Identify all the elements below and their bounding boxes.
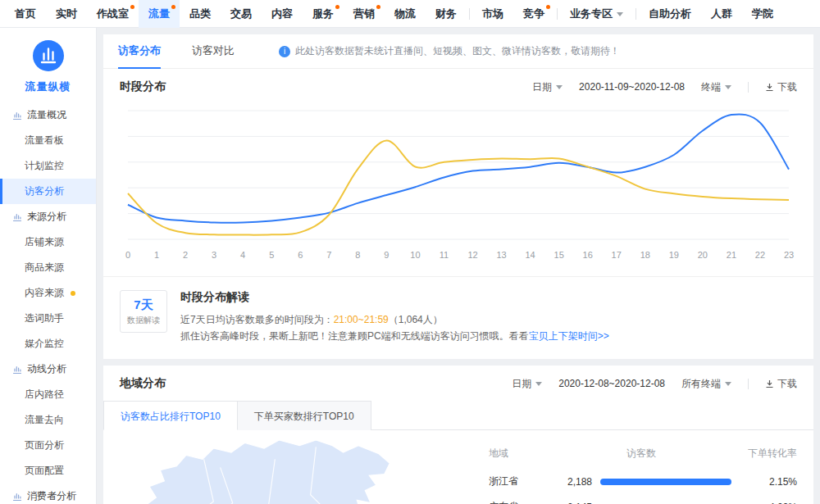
tab-visitor-distribution[interactable]: 访客分布: [118, 34, 161, 69]
sidebar-menu: 流量概况流量看板计划监控访客分析来源分析店铺来源商品来源内容来源选词助手媒介监控…: [0, 102, 96, 504]
nav-item-label: 实时: [56, 7, 77, 20]
svg-text:10: 10: [410, 250, 420, 260]
svg-text:22: 22: [755, 250, 765, 260]
sidebar-item-15[interactable]: 消费者分析: [0, 484, 96, 504]
nav-item-0[interactable]: 首页: [5, 0, 46, 28]
nav-item-label: 作战室: [97, 7, 129, 20]
visitor-bar: [600, 479, 731, 485]
region-name: 浙江省: [489, 474, 551, 488]
sidebar-item-6[interactable]: 商品来源: [0, 255, 96, 280]
sidebar-item-label: 来源分析: [27, 204, 66, 229]
nav-item-4[interactable]: 品类: [180, 0, 221, 28]
notice-banner: i 此处访客数据暂未统计直播间、短视频、图文、微详情访客数，敬请期待！: [279, 44, 620, 58]
notification-dot: [171, 5, 175, 9]
nav-item-15[interactable]: 人群: [701, 0, 742, 28]
sidebar-item-label: 流量概况: [27, 102, 66, 128]
svg-text:14: 14: [525, 250, 535, 260]
nav-divider: [557, 8, 558, 20]
china-map[interactable]: [108, 440, 469, 504]
badge-caption: 数据解读: [121, 315, 166, 326]
nav-item-label: 服务: [312, 7, 334, 20]
nav-item-label: 业务专区: [570, 7, 613, 20]
sidebar-item-3[interactable]: 访客分析: [0, 179, 96, 204]
nav-item-12[interactable]: 竞争: [513, 0, 554, 28]
download-button[interactable]: 下载: [765, 80, 797, 94]
svg-text:17: 17: [612, 250, 622, 260]
nav-item-label: 品类: [189, 7, 211, 20]
nav-item-13[interactable]: 业务专区: [560, 0, 633, 28]
sidebar-item-2[interactable]: 计划监控: [0, 153, 96, 179]
nav-item-7[interactable]: 服务: [303, 0, 344, 28]
sidebar-item-label: 流量看板: [25, 128, 64, 153]
region-date-dropdown[interactable]: 日期: [512, 377, 542, 391]
notice-text: 此处访客数据暂未统计直播间、短视频、图文、微详情访客数，敬请期待！: [295, 44, 620, 58]
sidebar-item-14[interactable]: 页面配置: [0, 458, 96, 484]
top-nav: 首页实时作战室流量品类交易内容服务营销物流财务市场竞争业务专区自助分析人群学院: [0, 0, 820, 28]
table-row: 浙江省2,1882.15%: [489, 469, 797, 494]
chevron-down-icon: [535, 382, 542, 386]
region-date-range-picker[interactable]: 2020-12-08~2020-12-08: [558, 378, 665, 389]
sidebar-item-label: 媒介监控: [25, 331, 64, 356]
tab-visitor-rank-top10[interactable]: 访客数占比排行TOP10: [103, 401, 238, 430]
header-conversion: 下单转化率: [731, 447, 797, 461]
sidebar-item-9[interactable]: 媒介监控: [0, 331, 96, 356]
tab-buyer-rank-top10[interactable]: 下单买家数排行TOP10: [238, 401, 371, 430]
nav-divider: [469, 8, 470, 20]
sidebar-item-7[interactable]: 内容来源: [0, 280, 96, 306]
nav-item-14[interactable]: 自助分析: [639, 0, 701, 28]
svg-text:7: 7: [326, 250, 331, 260]
nav-item-label: 人群: [711, 7, 732, 20]
insight-title: 时段分布解读: [180, 290, 609, 305]
section-icon: [12, 365, 22, 375]
nav-item-label: 学院: [752, 7, 773, 20]
sidebar-item-label: 店铺来源: [25, 229, 64, 255]
svg-text:21: 21: [727, 250, 736, 260]
nav-item-10[interactable]: 财务: [426, 0, 467, 28]
date-dropdown[interactable]: 日期: [532, 80, 563, 94]
nav-item-9[interactable]: 物流: [385, 0, 426, 28]
hour-line-chart[interactable]: 01234567891011121314151617181920212223: [120, 104, 797, 268]
sidebar-item-10[interactable]: 动线分析: [0, 356, 96, 382]
date-range-picker[interactable]: 2020-11-09~2020-12-08: [579, 81, 685, 93]
svg-text:5: 5: [269, 250, 274, 260]
nav-item-1[interactable]: 实时: [46, 0, 87, 28]
region-download-button[interactable]: 下载: [765, 377, 797, 391]
sidebar-item-1[interactable]: 流量看板: [0, 128, 96, 153]
nav-item-6[interactable]: 内容: [262, 0, 303, 28]
region-distribution-card: 地域分布 日期 2020-12-08~2020-12-08 所有终端 下载 访客…: [103, 366, 813, 504]
nav-item-3[interactable]: 流量: [139, 0, 180, 28]
nav-item-5[interactable]: 交易: [221, 0, 262, 28]
download-icon: [765, 83, 774, 92]
notification-dot: [546, 5, 550, 9]
region-section-header: 地域分布 日期 2020-12-08~2020-12-08 所有终端 下载: [103, 366, 813, 397]
tab-visitor-compare[interactable]: 访客对比: [192, 34, 235, 69]
nav-item-8[interactable]: 营销: [344, 0, 385, 28]
nav-item-label: 物流: [394, 7, 416, 20]
sidebar-item-11[interactable]: 店内路径: [0, 382, 96, 407]
section-icon: [12, 212, 22, 222]
insight-block: 7天 数据解读 时段分布解读 近7天日均访客数最多的时间段为：21:00~21:…: [103, 276, 813, 359]
sidebar-item-4[interactable]: 来源分析: [0, 204, 96, 229]
sidebar-item-label: 选词助手: [25, 306, 64, 331]
controls-divider: [748, 82, 749, 93]
terminal-dropdown[interactable]: 终端: [701, 80, 731, 94]
visitor-count: 2,145: [551, 502, 592, 504]
nav-item-11[interactable]: 市场: [472, 0, 513, 28]
listing-time-link[interactable]: 宝贝上下架时间>>: [529, 330, 609, 342]
insight-line1-prefix: 近7天日均访客数最多的时间段为：: [180, 314, 334, 325]
sidebar-item-0[interactable]: 流量概况: [0, 102, 96, 128]
sidebar-item-label: 店内路径: [25, 382, 64, 407]
insight-line-2: 抓住访客高峰时段，果断上新吧！注意兼顾PC端和无线端访客访问习惯哦。看看宝贝上下…: [180, 328, 609, 344]
sidebar-item-12[interactable]: 流量去向: [0, 407, 96, 433]
nav-item-16[interactable]: 学院: [742, 0, 783, 28]
region-name: 广东省: [489, 500, 551, 504]
region-section-controls: 日期 2020-12-08~2020-12-08 所有终端 下载: [495, 377, 797, 391]
nav-item-label: 财务: [435, 7, 457, 20]
table-header-row: 地域 访客数 下单转化率: [489, 440, 797, 469]
badge-days: 7天: [121, 297, 166, 313]
sidebar-item-5[interactable]: 店铺来源: [0, 229, 96, 255]
sidebar-item-8[interactable]: 选词助手: [0, 306, 96, 331]
nav-item-2[interactable]: 作战室: [87, 0, 139, 28]
sidebar-item-13[interactable]: 页面分析: [0, 433, 96, 458]
region-terminal-dropdown[interactable]: 所有终端: [681, 377, 731, 391]
